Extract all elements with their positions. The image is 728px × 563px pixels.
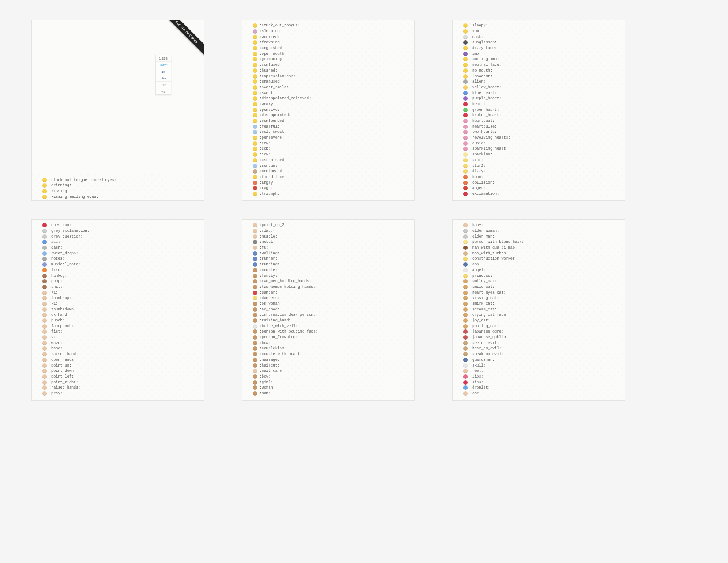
emoji-row[interactable]: :crying_cat_face:	[463, 312, 524, 318]
emoji-row[interactable]: :smiling_imp:	[463, 57, 510, 62]
emoji-row[interactable]: :pensive:	[253, 107, 311, 113]
emoji-row[interactable]: :scream_cat:	[463, 306, 524, 312]
tweet-button[interactable]: Tweet	[156, 61, 171, 68]
emoji-row[interactable]: :dizzy_face:	[463, 45, 510, 51]
emoji-row[interactable]: :notes:	[42, 256, 90, 262]
emoji-row[interactable]: :raised_hands:	[42, 385, 90, 391]
emoji-row[interactable]: :fu:	[253, 245, 318, 251]
emoji-row[interactable]: :neckbeard:	[253, 169, 311, 174]
emoji-row[interactable]: :feet:	[463, 368, 524, 374]
emoji-row[interactable]: :sparkling_heart:	[463, 146, 510, 152]
emoji-row[interactable]: :poop:	[42, 279, 90, 284]
emoji-row[interactable]: :open_mouth:	[253, 51, 311, 57]
emoji-row[interactable]: :guardsman:	[463, 357, 524, 363]
emoji-row[interactable]: :boy:	[253, 374, 318, 380]
emoji-row[interactable]: :point_up_2:	[253, 223, 318, 228]
emoji-row[interactable]: :revolving_hearts:	[463, 135, 510, 141]
emoji-row[interactable]: :disappointed_relieved:	[253, 96, 311, 102]
emoji-row[interactable]: :musical_note:	[42, 262, 90, 268]
emoji-row[interactable]: :no_good:	[253, 306, 318, 312]
emoji-row[interactable]: :neutral_face:	[463, 62, 510, 68]
emoji-row[interactable]: :grinning:	[42, 183, 116, 189]
emoji-row[interactable]: :clap:	[253, 228, 318, 234]
emoji-row[interactable]: :+1:	[42, 290, 90, 295]
emoji-row[interactable]: :pouting_cat:	[463, 323, 524, 329]
emoji-row[interactable]: :family:	[253, 273, 318, 279]
emoji-row[interactable]: :nail_care:	[253, 368, 318, 374]
emoji-row[interactable]: :yum:	[463, 29, 510, 34]
emoji-row[interactable]: :hankey:	[42, 273, 90, 279]
emoji-row[interactable]: :anguished:	[253, 45, 311, 51]
emoji-row[interactable]: :smirk_cat:	[463, 301, 524, 307]
emoji-row[interactable]: :man_with_gua_pi_mao:	[463, 245, 524, 251]
emoji-row[interactable]: :person_with_pouting_face:	[253, 329, 318, 335]
emoji-row[interactable]: :older_man:	[463, 234, 524, 239]
emoji-row[interactable]: :heartbeat:	[463, 118, 510, 124]
emoji-row[interactable]: :triumph:	[253, 191, 311, 197]
emoji-row[interactable]: :girl:	[253, 379, 318, 385]
emoji-row[interactable]: :heart_eyes_cat:	[463, 290, 524, 295]
emoji-row[interactable]: :kiss:	[463, 379, 524, 385]
emoji-row[interactable]: :cry:	[253, 140, 311, 146]
emoji-row[interactable]: :grey_exclamation:	[42, 228, 90, 234]
emoji-row[interactable]: :ear:	[463, 391, 524, 397]
emoji-row[interactable]: :stuck_out_tongue:	[253, 23, 311, 29]
emoji-row[interactable]: :dancers:	[253, 295, 318, 301]
emoji-row[interactable]: :couplekiss:	[253, 346, 318, 351]
emoji-row[interactable]: :ok_hand:	[42, 312, 90, 318]
emoji-row[interactable]: :alien:	[463, 79, 510, 85]
emoji-row[interactable]: :zzz:	[42, 239, 90, 245]
emoji-row[interactable]: :bride_with_veil:	[253, 323, 318, 329]
emoji-row[interactable]: :punch:	[42, 318, 90, 324]
emoji-row[interactable]: :anger:	[463, 185, 510, 191]
emoji-row[interactable]: :sweat_smile:	[253, 85, 311, 91]
emoji-row[interactable]: :metal:	[253, 239, 318, 245]
emoji-row[interactable]: :running:	[253, 262, 318, 268]
emoji-row[interactable]: :grimacing:	[253, 57, 311, 62]
emoji-row[interactable]: :exclamation:	[463, 191, 510, 197]
emoji-row[interactable]: :two_hearts:	[463, 129, 510, 135]
emoji-row[interactable]: :disappointed:	[253, 113, 311, 118]
emoji-row[interactable]: :dash:	[42, 245, 90, 251]
emoji-row[interactable]: :japanese_ogre:	[463, 329, 524, 335]
emoji-row[interactable]: :two_women_holding_hands:	[253, 284, 318, 290]
emoji-row[interactable]: :tired_face:	[253, 174, 311, 180]
emoji-row[interactable]: :unamused:	[253, 79, 311, 85]
emoji-row[interactable]: :sweat_drops:	[42, 250, 90, 256]
emoji-row[interactable]: :construction_worker:	[463, 256, 524, 262]
emoji-row[interactable]: :angel:	[463, 268, 524, 273]
emoji-row[interactable]: :yellow_heart:	[463, 85, 510, 91]
emoji-row[interactable]: :man_with_turban:	[463, 250, 524, 256]
emoji-row[interactable]: :two_men_holding_hands:	[253, 279, 318, 284]
emoji-row[interactable]: :rage:	[253, 185, 311, 191]
emoji-row[interactable]: :heart:	[463, 102, 510, 107]
emoji-row[interactable]: :raising_hand:	[253, 318, 318, 324]
emoji-row[interactable]: :hear_no_evil:	[463, 346, 524, 351]
emoji-row[interactable]: :expressionless:	[253, 73, 311, 79]
emoji-row[interactable]: :kissing_cat:	[463, 295, 524, 301]
emoji-row[interactable]: :haircut:	[253, 363, 318, 368]
emoji-row[interactable]: :question:	[42, 223, 90, 228]
emoji-row[interactable]: :boom:	[463, 174, 510, 180]
emoji-row[interactable]: :innocent:	[463, 73, 510, 79]
emoji-row[interactable]: :no_mouth:	[463, 68, 510, 74]
emoji-row[interactable]: :fist:	[42, 329, 90, 335]
gplus-button[interactable]: +1	[156, 88, 171, 94]
emoji-row[interactable]: :star2:	[463, 163, 510, 169]
emoji-row[interactable]: :confused:	[253, 62, 311, 68]
emoji-row[interactable]: :frowning:	[253, 40, 311, 45]
emoji-row[interactable]: :joy:	[253, 152, 311, 158]
emoji-row[interactable]: :broken_heart:	[463, 113, 510, 118]
emoji-row[interactable]: :information_desk_person:	[253, 312, 318, 318]
emoji-row[interactable]: :collision:	[463, 180, 510, 185]
emoji-row[interactable]: :sparkles:	[463, 152, 510, 158]
emoji-row[interactable]: :lips:	[463, 374, 524, 380]
emoji-row[interactable]: :hushed:	[253, 68, 311, 74]
emoji-row[interactable]: :thumbsdown:	[42, 306, 90, 312]
emoji-row[interactable]: :person_with_blond_hair:	[463, 239, 524, 245]
emoji-row[interactable]: :person_frowning:	[253, 335, 318, 340]
emoji-row[interactable]: :weary:	[253, 102, 311, 107]
emoji-row[interactable]: :sleepy:	[463, 23, 510, 29]
emoji-row[interactable]: :confounded:	[253, 118, 311, 124]
emoji-row[interactable]: :man:	[253, 391, 318, 397]
